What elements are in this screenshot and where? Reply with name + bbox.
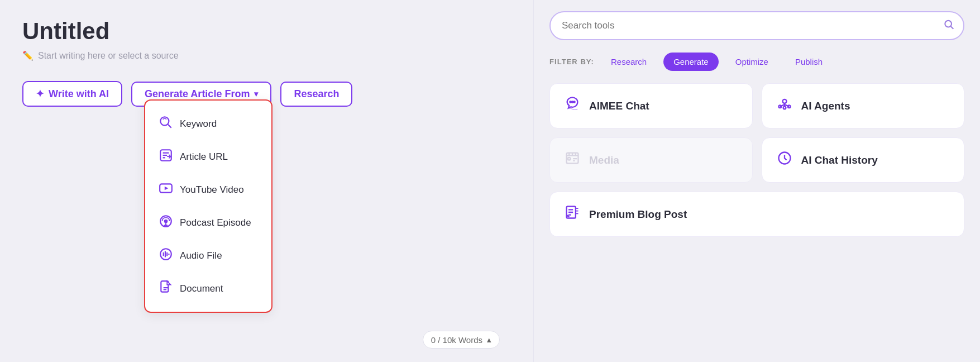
pencil-icon: ✏️ xyxy=(22,50,34,61)
subtitle-text: Start writing here or select a source xyxy=(38,51,179,61)
dropdown-item-keyword-label: Keyword xyxy=(180,118,217,130)
right-panel: FILTER BY: Research Generate Optimize Pu… xyxy=(533,0,980,362)
filter-publish-button[interactable]: Publish xyxy=(785,53,833,71)
filter-row: FILTER BY: Research Generate Optimize Pu… xyxy=(549,53,964,71)
dropdown-item-audio[interactable]: Audio File xyxy=(145,239,271,272)
sparkle-icon: ✦ xyxy=(36,88,44,100)
premium-blog-post-label: Premium Blog Post xyxy=(589,208,687,221)
filter-generate-button[interactable]: Generate xyxy=(663,53,719,71)
ai-agents-label: AI Agents xyxy=(801,100,850,112)
svg-point-23 xyxy=(572,101,573,102)
left-panel: Untitled ✏️ Start writing here or select… xyxy=(0,0,533,362)
keyword-icon xyxy=(159,115,172,132)
ai-agents-icon xyxy=(776,96,793,116)
document-icon xyxy=(159,280,172,297)
youtube-icon xyxy=(159,181,172,198)
word-count-label: 0 / 10k Words xyxy=(431,335,482,345)
podcast-icon xyxy=(159,214,172,231)
svg-point-20 xyxy=(945,21,952,27)
svg-line-1 xyxy=(168,125,171,128)
media-label: Media xyxy=(589,154,619,166)
dropdown-item-podcast-label: Podcast Episode xyxy=(180,217,251,228)
article-url-icon xyxy=(159,148,172,165)
filter-research-button[interactable]: Research xyxy=(601,53,657,71)
svg-point-9 xyxy=(164,220,168,223)
svg-marker-7 xyxy=(165,187,169,190)
filter-label: FILTER BY: xyxy=(549,58,594,66)
ai-chat-history-label: AI Chat History xyxy=(801,154,878,166)
search-icon-button[interactable] xyxy=(943,19,954,33)
dropdown-item-youtube[interactable]: YouTube Video xyxy=(145,173,271,206)
svg-point-22 xyxy=(570,101,571,102)
chevron-down-icon: ▾ xyxy=(254,89,258,98)
svg-line-21 xyxy=(951,26,954,29)
tool-card-aimee-chat[interactable]: AIMEE Chat xyxy=(549,83,753,128)
premium-blog-post-icon xyxy=(563,204,581,224)
dropdown-item-document-label: Document xyxy=(180,283,223,294)
svg-point-33 xyxy=(568,158,571,160)
audio-icon xyxy=(159,247,172,264)
aimee-chat-label: AIMEE Chat xyxy=(589,100,649,112)
research-button[interactable]: Research xyxy=(280,82,352,107)
chevron-up-icon: ▴ xyxy=(487,335,491,345)
dropdown-item-article-url[interactable]: Article URL xyxy=(145,140,271,173)
dropdown-item-podcast[interactable]: Podcast Episode xyxy=(145,206,271,239)
word-count-bar: 0 / 10k Words ▴ xyxy=(423,331,500,349)
page-title: Untitled xyxy=(22,18,511,45)
search-input[interactable] xyxy=(549,11,964,40)
dropdown-item-youtube-label: YouTube Video xyxy=(180,184,244,196)
search-container xyxy=(549,11,964,40)
generate-dropdown-menu: Keyword Article URL YouTu xyxy=(144,99,273,313)
dropdown-item-keyword[interactable]: Keyword xyxy=(145,107,271,140)
tool-card-ai-agents[interactable]: AI Agents xyxy=(762,83,965,128)
dropdown-item-document[interactable]: Document xyxy=(145,272,271,305)
svg-point-25 xyxy=(782,99,786,103)
write-ai-button[interactable]: ✦ Write with AI xyxy=(22,81,122,107)
tool-card-ai-chat-history[interactable]: AI Chat History xyxy=(762,137,965,183)
aimee-chat-icon xyxy=(563,96,581,116)
filter-optimize-button[interactable]: Optimize xyxy=(725,53,778,71)
svg-point-28 xyxy=(783,107,786,109)
dropdown-item-article-url-label: Article URL xyxy=(180,151,228,163)
ai-chat-history-icon xyxy=(776,150,793,170)
tools-grid: AIMEE Chat AI Agents xyxy=(549,83,964,237)
media-icon xyxy=(563,150,581,170)
tool-card-premium-blog-post[interactable]: Premium Blog Post xyxy=(549,192,964,237)
dropdown-item-audio-label: Audio File xyxy=(180,250,222,261)
tool-card-media: Media xyxy=(549,137,753,183)
subtitle-row: ✏️ Start writing here or select a source xyxy=(22,50,511,61)
svg-point-24 xyxy=(573,101,575,102)
